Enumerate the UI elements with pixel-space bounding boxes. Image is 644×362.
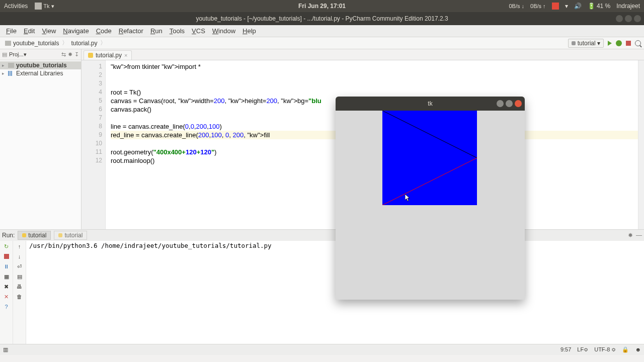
run-tab-inactive[interactable]: tutorial: [54, 231, 87, 240]
record-indicator[interactable]: [552, 3, 559, 10]
encoding[interactable]: UTF-8 ≎: [594, 346, 616, 353]
collapse-icon[interactable]: ⇆: [61, 51, 66, 58]
run-tool-window: Run: tutorial tutorial ✸ ― ↻ ⏸ ▦ ✖ ✕ ? ↑…: [0, 229, 644, 344]
rerun-icon[interactable]: ↻: [3, 243, 10, 250]
minimize-button[interactable]: [616, 15, 623, 22]
tk-titlebar[interactable]: tk: [336, 97, 525, 111]
project-panel-header[interactable]: ▤ Proj...▾ ⇆ ✸ ↧: [0, 49, 82, 60]
project-tree[interactable]: ▸youtube_tutorials ▸External Libraries: [0, 60, 82, 229]
work-area: ▸youtube_tutorials ▸External Libraries 1…: [0, 60, 644, 229]
tk-maximize-button[interactable]: [506, 100, 513, 107]
down-icon[interactable]: ↓: [16, 253, 23, 260]
status-icon[interactable]: ▥: [3, 346, 8, 353]
gear-icon[interactable]: ✸: [68, 51, 72, 58]
tk-application-window[interactable]: tk: [336, 97, 525, 300]
pin-icon[interactable]: ✖: [3, 283, 10, 290]
user-menu[interactable]: Indrajeet: [616, 3, 640, 10]
tk-minimize-button[interactable]: [497, 100, 504, 107]
run-gutter-console: ↑ ↓ ⏎ ▤ 🖶 🗑: [13, 241, 26, 344]
window-title: youtube_tutorials - [~/youtube_tutorials…: [196, 15, 448, 22]
menu-file[interactable]: File: [3, 26, 20, 36]
activities-button[interactable]: Activities: [4, 3, 28, 10]
tree-root[interactable]: ▸youtube_tutorials: [0, 61, 81, 69]
canvas-black-line: [382, 111, 477, 158]
scroll-icon[interactable]: ▤: [16, 273, 23, 280]
close-icon[interactable]: ✕: [3, 293, 10, 300]
pause-icon[interactable]: ⏸: [3, 263, 10, 270]
stop-button[interactable]: [626, 41, 631, 46]
menu-tools[interactable]: Tools: [167, 26, 188, 36]
breadcrumb-file[interactable]: tutorial.py: [69, 40, 99, 47]
project-icon: ▤: [2, 51, 7, 58]
close-tab-icon[interactable]: ×: [124, 52, 127, 58]
menu-run[interactable]: Run: [147, 26, 166, 36]
search-everywhere-icon[interactable]: [635, 40, 641, 46]
net-down: 0B/s ↓: [509, 3, 524, 9]
editor-tab-tutorial[interactable]: tutorial.py ×: [84, 50, 132, 60]
menu-window[interactable]: Window: [209, 26, 238, 36]
readonly-lock-icon[interactable]: 🔒: [622, 346, 629, 353]
menu-refactor[interactable]: Refactor: [116, 26, 146, 36]
python-file-icon: [88, 53, 93, 58]
run-button[interactable]: [608, 41, 612, 46]
menu-help[interactable]: Help: [239, 26, 259, 36]
run-header: Run: tutorial tutorial ✸ ―: [0, 230, 644, 241]
wifi-icon[interactable]: ▾: [565, 3, 568, 10]
battery-indicator[interactable]: 🔋 41 %: [588, 3, 611, 10]
run-config-selector[interactable]: tutorial ▾: [568, 39, 604, 48]
tk-close-button[interactable]: [515, 100, 522, 107]
line-separator[interactable]: LF≎: [577, 346, 588, 353]
minimize-panel-icon[interactable]: ―: [636, 232, 642, 239]
tk-title: tk: [428, 100, 432, 107]
pycharm-titlebar: youtube_tutorials - [~/youtube_tutorials…: [0, 12, 644, 25]
editor-gutter: 123456789101112: [82, 60, 106, 229]
menu-navigate[interactable]: Navigate: [60, 26, 92, 36]
folder-icon: [5, 41, 11, 46]
run-tab-active[interactable]: tutorial: [18, 231, 51, 240]
menu-view[interactable]: View: [39, 26, 59, 36]
sound-icon[interactable]: 🔊: [574, 3, 582, 10]
breadcrumb-root[interactable]: youtube_tutorials: [3, 40, 61, 47]
stop-icon[interactable]: [3, 253, 10, 260]
hide-icon[interactable]: ↧: [74, 51, 79, 58]
caret-position: 9:57: [560, 346, 571, 353]
run-gutter-left: ↻ ⏸ ▦ ✖ ✕ ?: [0, 241, 13, 344]
status-bar: ▥ 9:57 LF≎ UTF-8 ≎ 🔒 ☻: [0, 344, 644, 355]
soft-wrap-icon[interactable]: ⏎: [16, 263, 23, 270]
print-icon[interactable]: 🖶: [16, 283, 23, 290]
net-up: 0B/s ↑: [530, 3, 546, 9]
gear-icon[interactable]: ✸: [628, 232, 633, 239]
up-icon[interactable]: ↑: [16, 243, 23, 250]
hector-icon[interactable]: ☻: [635, 346, 641, 353]
tree-external-libraries[interactable]: ▸External Libraries: [0, 69, 81, 77]
library-icon: [8, 71, 14, 76]
debug-button[interactable]: [616, 40, 622, 46]
run-output[interactable]: /usr/bin/python3.6 /home/indrajeet/youtu…: [26, 241, 644, 344]
run-label: Run:: [2, 232, 15, 239]
app-indicator[interactable]: Tk ▾: [35, 3, 54, 10]
help-icon[interactable]: ?: [3, 303, 10, 310]
restore-layout-icon[interactable]: ▦: [3, 273, 10, 280]
navigation-bar: youtube_tutorials 〉 tutorial.py 〉 tutori…: [0, 37, 644, 49]
clock: Fri Jun 29, 17:01: [298, 3, 346, 10]
maximize-button[interactable]: [625, 15, 632, 22]
error-stripe[interactable]: [638, 60, 644, 229]
canvas-red-line: [382, 158, 477, 205]
folder-icon: [8, 63, 14, 68]
menu-code[interactable]: Code: [93, 26, 115, 36]
desktop-panel: Activities Tk ▾ Fri Jun 29, 17:01 0B/s ↓…: [0, 0, 644, 12]
menu-bar: FileEditViewNavigateCodeRefactorRunTools…: [0, 25, 644, 37]
tool-tabs-row: ▤ Proj...▾ ⇆ ✸ ↧ tutorial.py ×: [0, 49, 644, 60]
menu-vcs[interactable]: VCS: [189, 26, 208, 36]
clear-icon[interactable]: 🗑: [16, 293, 23, 300]
tk-canvas: [382, 111, 477, 205]
close-button[interactable]: [634, 15, 641, 22]
menu-edit[interactable]: Edit: [21, 26, 38, 36]
